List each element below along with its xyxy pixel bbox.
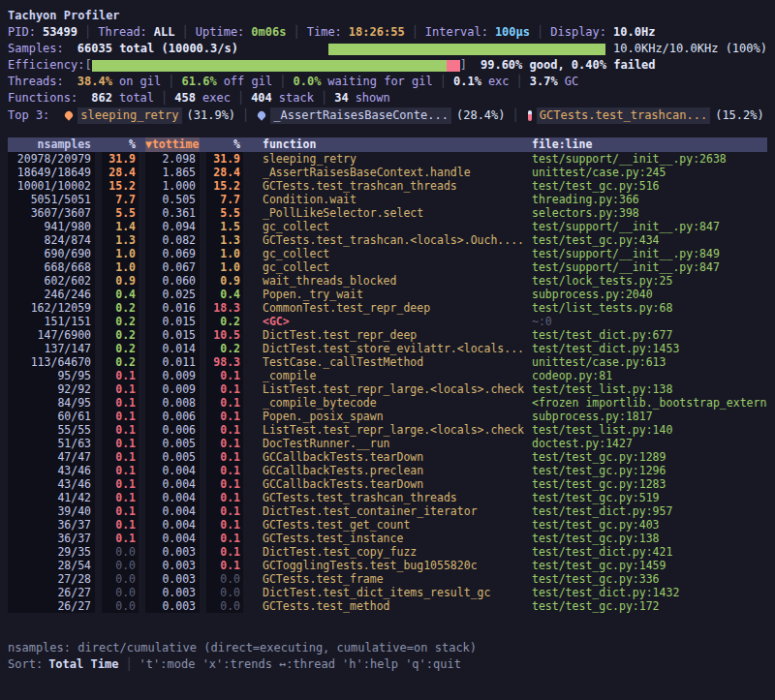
function-cell: GCTests.test_trashcan_threads [263,179,532,193]
file-line-cell: test/test_gc.py:519 [532,491,767,504]
tottime-cell: 0.004 [145,504,200,518]
file-line-cell: test/test_dict.py:957 [532,504,767,518]
threads-gc-value: 3.7% [530,74,558,90]
table-row[interactable]: 824/874 1.3 0.082 1.3 GCTests.test_trash… [8,233,767,247]
bracket-close: ] [460,57,467,74]
table-row[interactable]: 147/6900 0.2 0.015 10.5 DictTest.test_re… [8,328,767,342]
table-row[interactable]: 95/95 0.1 0.009 0.1 _compile codeop.py:8… [8,369,767,382]
sort-label: Sort: [8,656,43,673]
file-line-cell: threading.py:366 [532,193,767,206]
function-cell: DocTestRunner.__run [263,437,532,450]
table-row[interactable]: 246/246 0.4 0.025 0.4 Popen._try_wait su… [8,288,767,301]
table-row[interactable]: 137/147 0.2 0.014 0.2 DictTest.test_stor… [8,342,767,355]
direct-pct-cell: 0.4 [102,288,139,301]
function-cell: _compile [263,369,532,382]
file-line-cell: test/test_gc.py:138 [532,532,767,545]
col-direct-pct[interactable]: % [102,137,139,152]
file-line-cell: test/test_list.py:138 [532,382,767,396]
table-row[interactable]: 51/63 0.1 0.005 0.1 DocTestRunner.__run … [8,437,767,450]
samples-bar-fill [328,44,605,55]
direct-pct-cell: 28.4 [102,166,139,179]
footer-help-line: nsamples: direct/cumulative (direct=exec… [8,640,767,656]
table-row[interactable]: 602/602 0.9 0.060 0.9 wait_threads_block… [8,274,767,288]
function-cell: GCCallbackTests.tearDown [263,477,532,491]
table-row[interactable]: 41/42 0.1 0.004 0.1 GCTests.test_trashca… [8,491,767,504]
table-row[interactable]: 92/92 0.1 0.009 0.1 ListTest.test_repr_l… [8,382,767,396]
table-row[interactable]: 60/61 0.1 0.006 0.1 Popen._posix_spawn s… [8,410,767,423]
footer: nsamples: direct/cumulative (direct=exec… [8,640,767,673]
direct-pct-cell: 0.1 [102,491,139,504]
nsamples-cell: 10001/10002 [8,179,95,193]
table-row[interactable]: 113/64670 0.2 0.011 98.3 TestCase._callT… [8,355,767,369]
separator: │ [154,90,174,107]
nsamples-cell: 246/246 [8,288,95,301]
tottime-cell: 0.067 [145,260,200,274]
threads-on-gil-label: on gil [119,74,161,90]
col-file-line[interactable]: file:line [532,137,767,152]
table-row[interactable]: 690/690 1.0 0.069 1.0 gc_collect test/su… [8,247,767,260]
table-row[interactable]: 84/95 0.1 0.008 0.1 _compile_bytecode <f… [8,396,767,410]
table-row[interactable]: 941/980 1.4 0.094 1.5 gc_collect test/su… [8,220,767,233]
functions-exec-label: exec [202,90,231,107]
table-row[interactable]: 43/46 0.1 0.004 0.1 GCCallbackTests.prec… [8,464,767,477]
file-line-cell: subprocess.py:2040 [532,288,767,301]
threads-label: Threads: [8,74,64,90]
table-row[interactable]: 18649/18649 28.4 1.865 28.4 _AssertRaise… [8,166,767,179]
table-row[interactable]: 36/37 0.1 0.004 0.1 GCTests.test_get_cou… [8,518,767,532]
table-row[interactable]: 43/46 0.1 0.004 0.1 GCCallbackTests.tear… [8,477,767,491]
table-row[interactable]: 10001/10002 15.2 1.000 15.2 GCTests.test… [8,179,767,193]
table-row[interactable]: 20978/20979 31.9 2.098 31.9 sleeping_ret… [8,152,767,166]
table-row[interactable]: 27/28 0.0 0.003 0.0 GCTests.test_frame t… [8,572,767,586]
table-row[interactable]: 3607/3607 5.5 0.361 5.5 _PollLikeSelecto… [8,206,767,220]
nsamples-cell: 690/690 [8,247,95,260]
top3-item-1: sleeping_retry [78,107,181,124]
tottime-cell: 0.069 [145,247,200,260]
tottime-cell: 0.004 [145,532,200,545]
nsamples-cell: 26/27 [8,586,95,599]
top3-item-3: GCTests.test_trashcan... [537,107,710,124]
col-function[interactable]: function [263,137,532,152]
thread-label: Thread: [98,24,147,41]
col-tottime-sorted[interactable]: ▼tottime [145,137,200,152]
function-cell: DictTest.test_repr_deep [263,328,532,342]
functions-stack-label: stack [279,90,314,107]
table-row[interactable]: 36/37 0.1 0.004 0.1 GCTests.test_instanc… [8,532,767,545]
table-row[interactable]: 29/35 0.0 0.003 0.1 DictTest.test_copy_f… [8,545,767,559]
function-cell: gc_collect [263,260,532,274]
tottime-cell: 0.005 [145,437,200,450]
direct-pct-cell: 0.0 [102,572,139,586]
table-row[interactable]: 26/27 0.0 0.003 0.0 GCTests.test_method … [8,599,767,613]
file-line-cell: ~:0 [532,315,767,328]
separator: │ [510,74,530,90]
table-row[interactable]: 5051/5051 7.7 0.505 7.7 Condition.wait t… [8,193,767,206]
cumulative-pct-cell: 1.3 [206,233,243,247]
direct-pct-cell: 0.1 [102,450,139,464]
functions-total-label: total [119,90,154,107]
efficiency-summary: 99.60% good, 0.40% failed [480,57,656,74]
profile-table: nsamples % ▼tottime % function file:line… [8,137,767,613]
table-row[interactable]: 162/12059 0.2 0.016 18.3 CommonTest.test… [8,301,767,315]
threads-waiting-value: 0.0% [293,74,321,90]
table-row[interactable]: 55/55 0.1 0.006 0.1 ListTest.test_repr_l… [8,423,767,437]
tottime-cell: 0.011 [145,355,200,369]
table-row[interactable]: 668/668 1.0 0.067 1.0 gc_collect test/su… [8,260,767,274]
table-row[interactable]: 28/54 0.0 0.003 0.1 GCTogglingTests.test… [8,559,767,572]
table-row[interactable]: 39/40 0.1 0.004 0.1 DictTest.test_contai… [8,504,767,518]
tottime-cell: 0.003 [145,559,200,572]
nsamples-cell: 20978/20979 [8,152,95,166]
file-line-cell: <frozen importlib._bootstrap_external [532,396,767,410]
table-row[interactable]: 26/27 0.0 0.003 0.0 DictTest.test_dict_i… [8,586,767,599]
direct-pct-cell: 0.9 [102,274,139,288]
col-nsamples[interactable]: nsamples [8,137,95,152]
file-line-cell: test/support/__init__.py:847 [532,260,767,274]
table-row[interactable]: 47/47 0.1 0.005 0.1 GCCallbackTests.tear… [8,450,767,464]
table-row[interactable]: 151/151 0.2 0.015 0.2 <GC> ~:0 [8,315,767,328]
efficiency-label: Efficiency: [8,57,84,74]
direct-pct-cell: 0.1 [102,369,139,382]
col-cumulative-pct[interactable]: % [206,137,243,152]
efficiency-line: Efficiency:[ ] 99.60% good, 0.40% failed [8,57,767,74]
threads-off-gil-value: 61.6% [182,74,217,90]
direct-pct-cell: 0.2 [102,315,139,328]
threads-waiting-label: waiting for gil [327,74,432,90]
direct-pct-cell: 0.2 [102,342,139,355]
